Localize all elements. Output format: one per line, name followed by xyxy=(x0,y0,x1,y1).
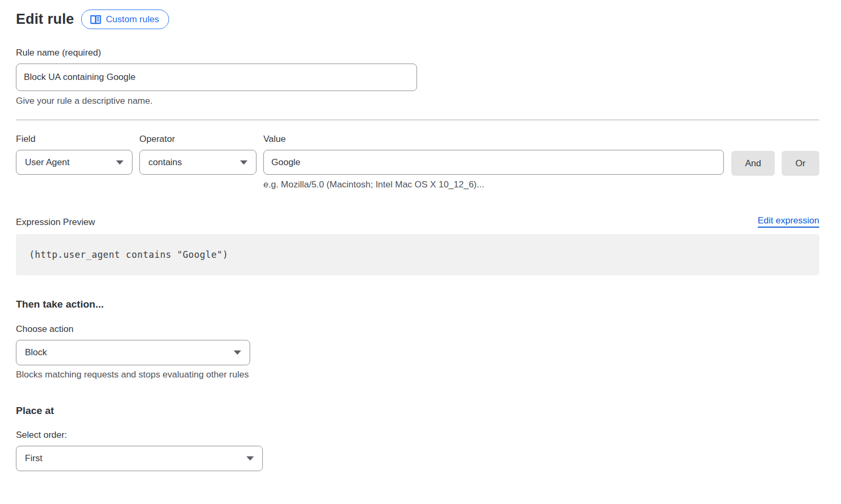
placement-section: Place at Select order: First xyxy=(16,405,819,471)
chevron-down-icon xyxy=(246,456,254,461)
action-heading: Then take action... xyxy=(16,299,819,310)
expression-code: (http.user_agent contains "Google") xyxy=(29,249,228,260)
page-header: Edit rule Custom rules xyxy=(16,10,819,29)
expression-header: Expression Preview Edit expression xyxy=(16,215,819,228)
action-helper: Blocks matching requests and stops evalu… xyxy=(16,370,819,380)
place-at-heading: Place at xyxy=(16,405,819,417)
and-button[interactable]: And xyxy=(731,151,775,176)
rule-name-helper: Give your rule a descriptive name. xyxy=(16,96,819,106)
rule-name-input[interactable] xyxy=(16,64,417,91)
expression-preview-box: (http.user_agent contains "Google") xyxy=(16,234,819,275)
action-select-value: Block xyxy=(25,347,47,358)
action-section: Then take action... Choose action Block … xyxy=(16,299,819,380)
field-select[interactable]: User Agent xyxy=(16,150,132,175)
chevron-down-icon xyxy=(234,350,241,355)
operator-select[interactable]: contains xyxy=(139,150,256,175)
choose-action-label: Choose action xyxy=(16,324,819,335)
field-column: Field User Agent xyxy=(16,134,132,175)
action-select[interactable]: Block xyxy=(16,340,250,365)
value-input[interactable] xyxy=(263,150,724,175)
field-label: Field xyxy=(16,134,132,145)
operator-column: Operator contains xyxy=(139,134,256,175)
operator-label: Operator xyxy=(139,134,256,145)
logic-buttons: And Or xyxy=(731,134,819,176)
order-select-value: First xyxy=(25,453,42,464)
edit-expression-link[interactable]: Edit expression xyxy=(758,215,819,228)
operator-select-value: contains xyxy=(148,157,182,168)
value-column: Value e.g. Mozilla/5.0 (Macintosh; Intel… xyxy=(263,134,724,190)
expression-preview-label: Expression Preview xyxy=(16,217,95,228)
expression-section: Expression Preview Edit expression (http… xyxy=(16,215,819,275)
section-divider xyxy=(16,120,819,120)
page-title: Edit rule xyxy=(16,11,74,28)
chevron-down-icon xyxy=(240,160,247,165)
order-select[interactable]: First xyxy=(16,446,263,471)
open-book-icon xyxy=(90,15,101,24)
rule-name-label: Rule name (required) xyxy=(16,48,819,58)
select-order-label: Select order: xyxy=(16,430,819,440)
or-button[interactable]: Or xyxy=(782,151,819,176)
field-select-value: User Agent xyxy=(25,157,69,168)
edit-rule-page: Edit rule Custom rules Rule name (requir… xyxy=(0,0,841,471)
value-helper: e.g. Mozilla/5.0 (Macintosh; Intel Mac O… xyxy=(263,179,724,190)
chevron-down-icon xyxy=(116,160,123,165)
condition-row: Field User Agent Operator contains Value… xyxy=(16,134,819,190)
custom-rules-button-label: Custom rules xyxy=(106,14,159,25)
rule-name-section: Rule name (required) Give your rule a de… xyxy=(16,48,819,106)
value-label: Value xyxy=(263,134,724,145)
custom-rules-button[interactable]: Custom rules xyxy=(81,10,169,29)
